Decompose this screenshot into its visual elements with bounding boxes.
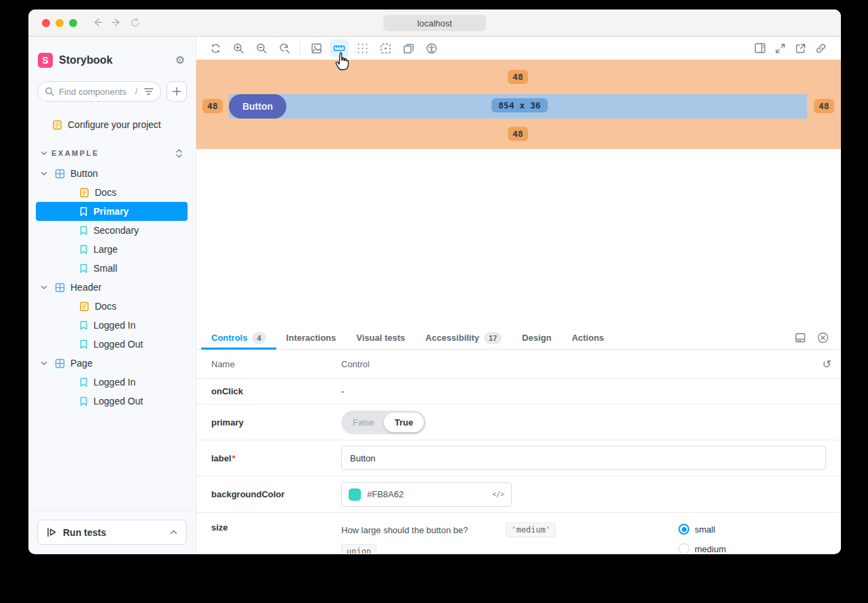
- accessibility-vision-icon[interactable]: [422, 39, 441, 57]
- bookmark-icon: [79, 207, 88, 217]
- mouse-cursor-hand: [334, 51, 351, 72]
- document-icon: [79, 188, 89, 198]
- viewport-icon[interactable]: [399, 39, 418, 57]
- outline-toggle-icon[interactable]: [376, 39, 395, 57]
- control-row-label: label*: [196, 440, 841, 476]
- search-shortcut: /: [135, 87, 137, 96]
- toggle-option-false[interactable]: False: [343, 413, 384, 432]
- panel-position-icon[interactable]: [795, 333, 806, 343]
- label-text-input[interactable]: [341, 446, 826, 470]
- controls-table: Name Control ↺ onClick - primary False T…: [196, 350, 841, 554]
- close-panel-icon[interactable]: [817, 332, 829, 344]
- sidebar-section-example[interactable]: EXAMPLE: [36, 144, 188, 163]
- browser-titlebar: localhost: [28, 9, 841, 37]
- browser-reload-icon[interactable]: [130, 18, 140, 28]
- fullscreen-icon[interactable]: [771, 39, 789, 57]
- radio-button-unchecked[interactable]: [678, 543, 689, 554]
- storybook-logo: S: [38, 53, 53, 68]
- sidebar-item-page-logged-in[interactable]: Logged In: [36, 373, 188, 392]
- settings-gear-icon[interactable]: ⚙: [175, 55, 185, 66]
- sidebar-item-page-logged-out[interactable]: Logged Out: [36, 392, 188, 411]
- bookmark-icon: [79, 226, 88, 236]
- preview-area: Button 48 48 48 48 854 x 36 Controls 4 I…: [196, 37, 841, 554]
- color-swatch[interactable]: [349, 488, 361, 501]
- browser-forward-icon[interactable]: [111, 18, 122, 28]
- toggle-option-true[interactable]: True: [384, 413, 424, 432]
- control-row-size: size How large should the button be? 'me…: [196, 513, 841, 554]
- column-header-name: Name: [211, 359, 341, 369]
- grid-toggle-icon[interactable]: [353, 39, 372, 57]
- radio-option-small[interactable]: small: [678, 524, 826, 535]
- story-button[interactable]: Button: [229, 94, 286, 119]
- zoom-window-button[interactable]: [69, 19, 77, 27]
- remount-component-icon[interactable]: [206, 39, 225, 57]
- sidebar-item-header[interactable]: Header: [36, 278, 188, 297]
- size-radio-group: small medium: [678, 522, 826, 554]
- measure-dimensions-badge: 854 x 36: [492, 98, 548, 112]
- brand-title: Storybook: [59, 54, 112, 66]
- search-input[interactable]: Find components /: [37, 81, 161, 102]
- zoom-in-icon[interactable]: [229, 39, 248, 57]
- collapse-expand-all-icon[interactable]: [176, 149, 182, 158]
- sidebar-item-button-primary[interactable]: Primary: [36, 202, 188, 221]
- tab-visual-tests[interactable]: Visual tests: [346, 327, 415, 349]
- tab-design[interactable]: Design: [512, 327, 561, 349]
- toggle-sidebar-icon[interactable]: [750, 39, 769, 57]
- type-badge: union: [341, 544, 376, 554]
- run-tests-icon: [47, 527, 57, 537]
- minimize-window-button[interactable]: [56, 19, 64, 27]
- arg-description: How large should the button be?: [341, 522, 468, 535]
- measure-margin-right-badge: 48: [814, 99, 834, 113]
- tab-interactions[interactable]: Interactions: [276, 327, 347, 349]
- sidebar-item-button-secondary[interactable]: Secondary: [36, 221, 188, 240]
- radio-button-checked[interactable]: [678, 524, 689, 535]
- canvas-toolbar: [196, 37, 841, 60]
- sidebar-item-button[interactable]: Button: [36, 164, 188, 183]
- open-new-tab-icon[interactable]: [791, 39, 810, 57]
- sidebar-item-configure-project[interactable]: Configure your project: [36, 115, 188, 134]
- addon-panel: Controls 4 Interactions Visual tests Acc…: [196, 327, 841, 554]
- search-placeholder: Find components: [59, 87, 135, 97]
- boolean-toggle[interactable]: False True: [341, 411, 426, 434]
- default-value-badge: 'medium': [506, 522, 556, 537]
- filter-icon[interactable]: [144, 87, 154, 96]
- reset-zoom-icon[interactable]: [275, 39, 294, 57]
- arg-name: label*: [211, 453, 341, 463]
- tab-accessibility[interactable]: Accessibility 17: [415, 327, 512, 349]
- column-header-control: Control: [341, 359, 807, 369]
- color-control[interactable]: #FB8A62 </>: [341, 482, 512, 507]
- reset-controls-icon[interactable]: ↺: [823, 358, 831, 371]
- zoom-out-icon[interactable]: [252, 39, 271, 57]
- sidebar-item-page[interactable]: Page: [36, 354, 188, 373]
- sidebar-item-button-small[interactable]: Small: [36, 259, 188, 278]
- arg-name: backgroundColor: [211, 489, 341, 499]
- browser-back-icon[interactable]: [92, 18, 103, 28]
- toolbar-divider: [300, 42, 301, 54]
- color-space-cycle-icon[interactable]: </>: [492, 491, 504, 498]
- chevron-down-icon: [41, 285, 47, 290]
- addon-tabbar: Controls 4 Interactions Visual tests Acc…: [196, 327, 841, 350]
- arg-name: onClick: [211, 386, 341, 396]
- address-bar-url: localhost: [417, 18, 452, 28]
- address-bar[interactable]: localhost: [383, 15, 486, 31]
- story-canvas[interactable]: Button 48 48 48 48 854 x 36: [196, 60, 841, 327]
- radio-option-medium[interactable]: medium: [678, 543, 826, 554]
- close-window-button[interactable]: [42, 19, 50, 27]
- copy-link-icon[interactable]: [811, 39, 830, 57]
- search-icon: [45, 87, 54, 96]
- tab-controls[interactable]: Controls 4: [201, 327, 276, 349]
- sidebar-item-button-large[interactable]: Large: [36, 240, 188, 259]
- sidebar-item-header-logged-in[interactable]: Logged In: [36, 316, 188, 335]
- measure-margin-top-badge: 48: [508, 70, 528, 84]
- bookmark-icon: [79, 396, 88, 407]
- browser-window: localhost S Storybook ⚙ Find components …: [28, 9, 841, 554]
- component-icon: [55, 358, 65, 369]
- sidebar-item-header-docs[interactable]: Docs: [36, 297, 188, 316]
- create-story-button[interactable]: [167, 81, 187, 102]
- traffic-lights: [42, 19, 77, 27]
- sidebar-item-button-docs[interactable]: Docs: [36, 183, 188, 202]
- tab-actions[interactable]: Actions: [561, 327, 614, 349]
- change-background-icon[interactable]: [307, 39, 326, 57]
- sidebar-item-header-logged-out[interactable]: Logged Out: [36, 335, 188, 354]
- run-tests-button[interactable]: Run tests: [37, 520, 187, 545]
